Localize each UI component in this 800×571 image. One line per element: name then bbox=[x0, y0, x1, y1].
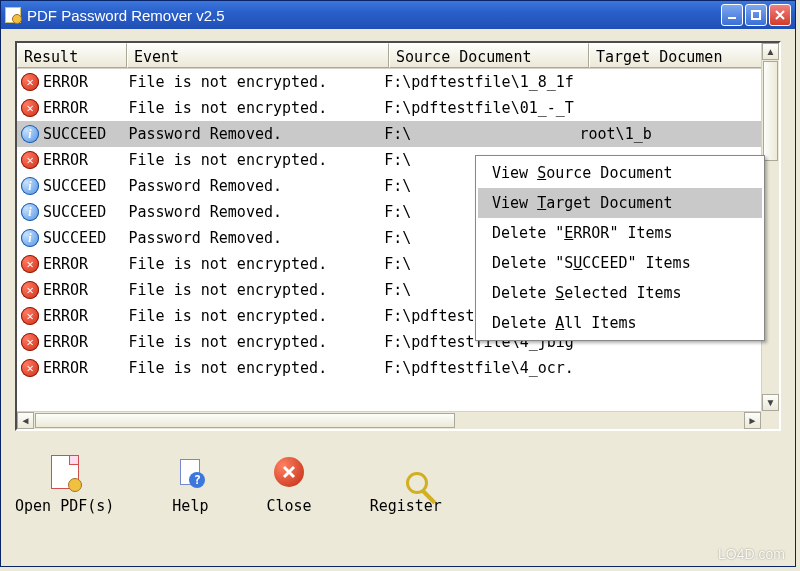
cell-source: F:\pdftestfile\1_8_1f... bbox=[380, 73, 575, 91]
error-icon: ✕ bbox=[21, 255, 39, 273]
cell-source: F:\pdftestfile\4_ocr.pdf bbox=[380, 359, 575, 377]
cell-event: Password Removed. bbox=[124, 229, 380, 247]
status-label: ERROR bbox=[43, 255, 88, 273]
status-label: SUCCEED bbox=[43, 125, 106, 143]
cell-result: iSUCCEED bbox=[17, 177, 124, 195]
context-menu-item[interactable]: Delete Selected Items bbox=[478, 278, 762, 308]
error-icon: ✕ bbox=[21, 73, 39, 91]
help-label: Help bbox=[172, 497, 208, 515]
context-menu-item[interactable]: Delete "ERROR" Items bbox=[478, 218, 762, 248]
close-icon bbox=[272, 455, 306, 489]
svg-rect-0 bbox=[728, 17, 736, 19]
scroll-right-arrow-icon[interactable]: ► bbox=[744, 412, 761, 429]
horizontal-scrollbar[interactable]: ◄ ► bbox=[17, 411, 761, 429]
cell-target: root\1_b bbox=[575, 125, 761, 143]
status-label: ERROR bbox=[43, 359, 88, 377]
status-label: ERROR bbox=[43, 333, 88, 351]
scrollbar-corner bbox=[761, 411, 779, 429]
cell-result: iSUCCEED bbox=[17, 203, 124, 221]
open-pdf-button[interactable]: Open PDF(s) bbox=[15, 455, 114, 515]
app-window: PDF Password Remover v2.5 Result Event S… bbox=[0, 0, 796, 567]
cell-result: ✕ERROR bbox=[17, 73, 124, 91]
info-icon: i bbox=[21, 125, 39, 143]
cell-event: File is not encrypted. bbox=[124, 255, 380, 273]
error-icon: ✕ bbox=[21, 333, 39, 351]
register-button[interactable]: Register bbox=[370, 455, 442, 515]
column-header-result[interactable]: Result bbox=[17, 43, 127, 68]
cell-event: File is not encrypted. bbox=[124, 73, 380, 91]
bottom-toolbar: Open PDF(s) Help Close Register bbox=[1, 439, 795, 525]
status-label: ERROR bbox=[43, 99, 88, 117]
listview-header: Result Event Source Document Target Docu… bbox=[17, 43, 779, 69]
cell-result: ✕ERROR bbox=[17, 359, 124, 377]
cell-event: Password Removed. bbox=[124, 125, 380, 143]
context-menu-item[interactable]: Delete "SUCCEED" Items bbox=[478, 248, 762, 278]
close-label: Close bbox=[266, 497, 311, 515]
status-label: ERROR bbox=[43, 281, 88, 299]
cell-event: File is not encrypted. bbox=[124, 333, 380, 351]
cell-event: Password Removed. bbox=[124, 203, 380, 221]
status-label: ERROR bbox=[43, 307, 88, 325]
cell-result: ✕ERROR bbox=[17, 281, 124, 299]
results-listview[interactable]: Result Event Source Document Target Docu… bbox=[17, 43, 779, 429]
context-menu-item[interactable]: Delete All Items bbox=[478, 308, 762, 338]
error-icon: ✕ bbox=[21, 99, 39, 117]
status-label: ERROR bbox=[43, 73, 88, 91]
cell-event: Password Removed. bbox=[124, 177, 380, 195]
table-row[interactable]: ✕ERRORFile is not encrypted.F:\pdftestfi… bbox=[17, 355, 761, 381]
open-pdf-label: Open PDF(s) bbox=[15, 497, 114, 515]
info-icon: i bbox=[21, 203, 39, 221]
cell-result: ✕ERROR bbox=[17, 307, 124, 325]
cell-event: File is not encrypted. bbox=[124, 99, 380, 117]
cell-result: ✕ERROR bbox=[17, 255, 124, 273]
cell-result: iSUCCEED bbox=[17, 229, 124, 247]
vertical-scroll-thumb[interactable] bbox=[763, 61, 778, 161]
cell-result: iSUCCEED bbox=[17, 125, 124, 143]
error-icon: ✕ bbox=[21, 281, 39, 299]
error-icon: ✕ bbox=[21, 151, 39, 169]
help-button[interactable]: Help bbox=[172, 455, 208, 515]
titlebar: PDF Password Remover v2.5 bbox=[1, 1, 795, 29]
cell-event: File is not encrypted. bbox=[124, 307, 380, 325]
table-row[interactable]: iSUCCEEDPassword Removed.F:\root\1_b bbox=[17, 121, 761, 147]
table-row[interactable]: ✕ERRORFile is not encrypted.F:\pdftestfi… bbox=[17, 69, 761, 95]
cell-source: F:\pdftestfile\01_-_T... bbox=[380, 99, 575, 117]
close-button[interactable]: Close bbox=[266, 455, 311, 515]
info-icon: i bbox=[21, 229, 39, 247]
info-icon: i bbox=[21, 177, 39, 195]
watermark: LO4D.com bbox=[718, 546, 785, 562]
cell-result: ✕ERROR bbox=[17, 333, 124, 351]
window-controls bbox=[721, 4, 791, 26]
status-label: SUCCEED bbox=[43, 177, 106, 195]
scroll-down-arrow-icon[interactable]: ▼ bbox=[762, 394, 779, 411]
close-window-button[interactable] bbox=[769, 4, 791, 26]
cell-event: File is not encrypted. bbox=[124, 281, 380, 299]
minimize-button[interactable] bbox=[721, 4, 743, 26]
help-icon bbox=[173, 455, 207, 489]
status-label: SUCCEED bbox=[43, 203, 106, 221]
svg-rect-1 bbox=[752, 11, 760, 19]
context-menu-item[interactable]: View Source Document bbox=[478, 158, 762, 188]
listview-frame: Result Event Source Document Target Docu… bbox=[15, 41, 781, 431]
error-icon: ✕ bbox=[21, 359, 39, 377]
scroll-left-arrow-icon[interactable]: ◄ bbox=[17, 412, 34, 429]
column-header-target[interactable]: Target Documen bbox=[589, 43, 779, 68]
scroll-up-arrow-icon[interactable]: ▲ bbox=[762, 43, 779, 60]
status-label: SUCCEED bbox=[43, 229, 106, 247]
error-icon: ✕ bbox=[21, 307, 39, 325]
open-pdf-icon bbox=[48, 455, 82, 489]
context-menu[interactable]: View Source DocumentView Target Document… bbox=[475, 155, 765, 341]
horizontal-scroll-thumb[interactable] bbox=[35, 413, 455, 428]
cell-event: File is not encrypted. bbox=[124, 151, 380, 169]
maximize-button[interactable] bbox=[745, 4, 767, 26]
cell-result: ✕ERROR bbox=[17, 151, 124, 169]
window-title: PDF Password Remover v2.5 bbox=[27, 7, 721, 24]
context-menu-item[interactable]: View Target Document bbox=[478, 188, 762, 218]
register-icon bbox=[389, 455, 423, 489]
column-header-event[interactable]: Event bbox=[127, 43, 389, 68]
app-icon bbox=[5, 7, 21, 23]
table-row[interactable]: ✕ERRORFile is not encrypted.F:\pdftestfi… bbox=[17, 95, 761, 121]
status-label: ERROR bbox=[43, 151, 88, 169]
cell-event: File is not encrypted. bbox=[124, 359, 380, 377]
column-header-source[interactable]: Source Document bbox=[389, 43, 589, 68]
